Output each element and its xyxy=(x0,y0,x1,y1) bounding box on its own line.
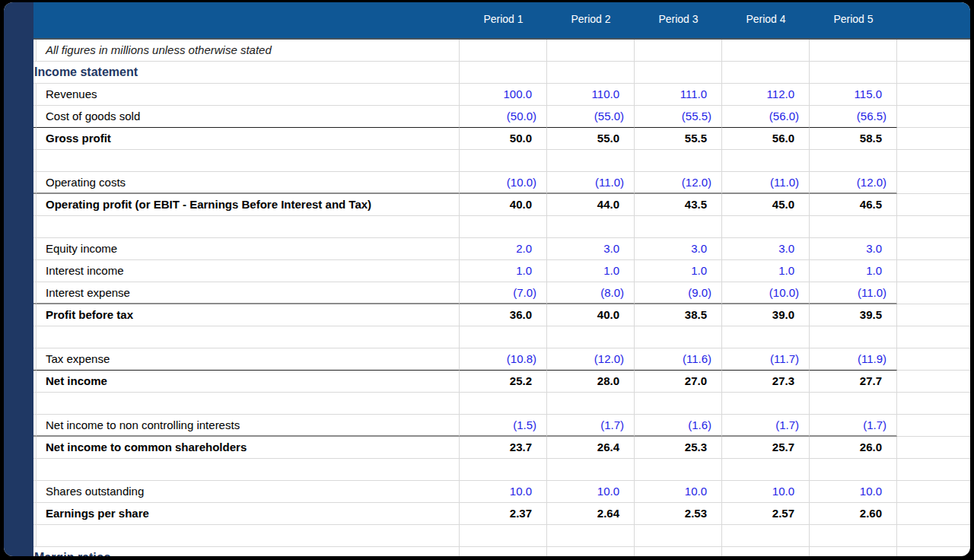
value-cell: 27.7 xyxy=(810,371,897,393)
value-cell: 1.0 xyxy=(635,260,722,282)
value-cell: (11.0) xyxy=(810,282,897,304)
row-label: Profit before tax xyxy=(37,304,460,326)
value-cell: 36.0 xyxy=(460,304,547,326)
row-label xyxy=(37,326,460,348)
table-row: Tax expense(10.8)(12.0)(11.6)(11.7)(11.9… xyxy=(33,348,970,371)
value-cell xyxy=(460,525,547,547)
period-header: Period 1 xyxy=(460,2,547,38)
value-cell: 2.0 xyxy=(460,238,547,260)
value-cell xyxy=(722,62,810,84)
value-cell: 10.0 xyxy=(547,481,635,503)
value-cell: 2.53 xyxy=(635,503,722,525)
value-cell: 1.0 xyxy=(810,260,897,282)
stub-cell xyxy=(897,393,970,415)
stub-cell xyxy=(897,216,970,238)
table-row: All figures in millions unless otherwise… xyxy=(33,40,970,62)
row-label: Net income to non controlling interests xyxy=(37,415,460,437)
value-cell: 38.5 xyxy=(635,304,722,326)
value-cell: 40.0 xyxy=(460,194,547,216)
stub-cell xyxy=(897,326,970,348)
value-cell xyxy=(460,216,547,238)
value-cell xyxy=(547,216,635,238)
value-cell: (12.0) xyxy=(547,348,635,371)
value-cell: 100.0 xyxy=(460,84,547,106)
row-label: Operating costs xyxy=(37,172,460,194)
value-cell xyxy=(722,525,810,547)
value-cell: (8.0) xyxy=(547,282,635,304)
value-cell: 3.0 xyxy=(635,238,722,260)
value-cell: (10.8) xyxy=(460,348,547,371)
value-cell xyxy=(460,547,547,556)
spreadsheet-card: Period 1Period 2Period 3Period 4Period 5… xyxy=(4,2,970,556)
value-cell: 10.0 xyxy=(460,481,547,503)
value-cell xyxy=(635,459,722,481)
value-cell: 1.0 xyxy=(722,260,810,282)
value-cell: (9.0) xyxy=(635,282,722,304)
value-cell xyxy=(460,150,547,172)
value-cell xyxy=(722,326,810,348)
value-cell: (1.6) xyxy=(635,415,722,437)
row-label xyxy=(37,216,460,238)
value-cell: 2.57 xyxy=(722,503,810,525)
left-accent-bar xyxy=(4,2,33,556)
period-header: Period 5 xyxy=(810,2,897,38)
value-cell: 2.64 xyxy=(547,503,635,525)
row-label: Tax expense xyxy=(37,348,460,371)
table-row: Profit before tax36.040.038.539.039.5 xyxy=(33,304,970,326)
value-cell: 28.0 xyxy=(547,371,635,393)
value-cell xyxy=(722,547,810,556)
row-label: Cost of goods sold xyxy=(37,106,460,128)
table-row: Interest income1.01.01.01.01.0 xyxy=(33,260,970,282)
value-cell: 115.0 xyxy=(810,84,897,106)
value-cell: 44.0 xyxy=(547,194,635,216)
value-cell: 55.0 xyxy=(547,128,635,150)
period-header-row: Period 1Period 2Period 3Period 4Period 5 xyxy=(33,2,970,40)
value-cell xyxy=(547,547,635,556)
value-cell xyxy=(810,525,897,547)
value-cell: (10.0) xyxy=(460,172,547,194)
value-cell: 45.0 xyxy=(722,194,810,216)
table-row: Earnings per share2.372.642.532.572.60 xyxy=(33,503,970,525)
stub-cell xyxy=(897,348,970,371)
section-heading: Margin ratios xyxy=(33,547,460,556)
row-label: Interest income xyxy=(37,260,460,282)
value-cell xyxy=(810,40,897,62)
table-row: Interest expense(7.0)(8.0)(9.0)(10.0)(11… xyxy=(33,282,970,304)
period-header: Period 2 xyxy=(547,2,635,38)
stub-cell xyxy=(897,238,970,260)
value-cell: (7.0) xyxy=(460,282,547,304)
value-cell xyxy=(810,150,897,172)
grid-rows: All figures in millions unless otherwise… xyxy=(33,40,970,556)
value-cell: (50.0) xyxy=(460,106,547,128)
value-cell: 26.4 xyxy=(547,437,635,459)
value-cell xyxy=(547,525,635,547)
value-cell: (12.0) xyxy=(810,172,897,194)
value-cell xyxy=(635,525,722,547)
row-label: Shares outstanding xyxy=(37,481,460,503)
value-cell: 46.5 xyxy=(810,194,897,216)
value-cell: (55.5) xyxy=(635,106,722,128)
row-label xyxy=(37,459,460,481)
value-cell: 1.0 xyxy=(460,260,547,282)
stub-cell xyxy=(897,547,970,556)
value-cell xyxy=(547,326,635,348)
stub-cell xyxy=(897,525,970,547)
value-cell xyxy=(635,547,722,556)
period-header: Period 4 xyxy=(722,2,810,38)
value-cell: 43.5 xyxy=(635,194,722,216)
row-label xyxy=(37,150,460,172)
value-cell xyxy=(547,40,635,62)
row-label: Gross profit xyxy=(37,128,460,150)
value-cell: (12.0) xyxy=(635,172,722,194)
row-label xyxy=(37,525,460,547)
value-cell: 39.0 xyxy=(722,304,810,326)
value-cell: (1.7) xyxy=(547,415,635,437)
value-cell: (1.7) xyxy=(722,415,810,437)
value-cell xyxy=(810,326,897,348)
value-cell: 25.3 xyxy=(635,437,722,459)
row-label: Earnings per share xyxy=(37,503,460,525)
table-row: Net income25.228.027.027.327.7 xyxy=(33,371,970,393)
value-cell: (1.5) xyxy=(460,415,547,437)
value-cell xyxy=(635,40,722,62)
value-cell: 55.5 xyxy=(635,128,722,150)
